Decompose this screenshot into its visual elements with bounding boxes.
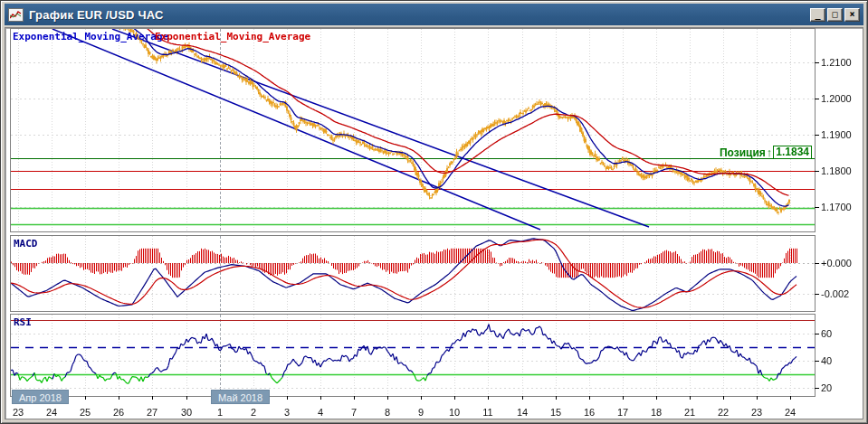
date-axis-label: 21 xyxy=(684,407,695,419)
chart-canvas[interactable] xyxy=(1,1,868,424)
price-axis-label: 1.2000 xyxy=(821,92,868,105)
date-axis-label: 24 xyxy=(785,407,796,419)
date-axis-label: 26 xyxy=(113,407,124,419)
chart-window: График EUR /USD ЧАС _ □ × Exponential_Mo… xyxy=(0,0,868,424)
date-axis-label: 3 xyxy=(284,407,290,419)
date-axis-label: 7 xyxy=(351,407,357,419)
date-axis-label: 1 xyxy=(217,407,223,419)
date-axis-label: 24 xyxy=(46,407,57,419)
date-axis-label: 27 xyxy=(147,407,157,419)
date-axis-label: 4 xyxy=(318,407,323,419)
date-axis-label: 17 xyxy=(617,407,628,419)
position-label: Позиция↑1.1834 xyxy=(720,146,812,159)
ema-slow-label: Exponential_Moving_Average xyxy=(155,31,310,42)
date-axis-label: 2 xyxy=(251,407,256,419)
date-axis-label: 10 xyxy=(449,407,460,419)
price-axis-label: 1.2100 xyxy=(821,56,868,69)
price-axis-label: 1.1700 xyxy=(821,201,868,213)
date-axis-label: 30 xyxy=(181,407,192,419)
date-axis-label: 23 xyxy=(13,407,24,419)
month-badge-april: Апр 2018 xyxy=(12,390,69,404)
macd-axis-label: +0.000 xyxy=(821,257,868,269)
month-badge-may: Май 2018 xyxy=(211,390,270,404)
position-text: Позиция xyxy=(720,146,766,159)
price-axis-label: 1.1800 xyxy=(821,165,868,177)
rsi-axis-label: 60 xyxy=(821,327,868,340)
price-axis-label: 1.1900 xyxy=(821,128,868,141)
date-axis-label: 22 xyxy=(718,407,729,419)
date-axis-label: 15 xyxy=(550,407,561,419)
macd-axis-label: -0.002 xyxy=(821,287,868,300)
position-price: 1.1834 xyxy=(773,146,812,159)
date-axis-label: 25 xyxy=(80,407,91,419)
date-axis-label: 11 xyxy=(482,407,492,419)
macd-label: MACD xyxy=(14,238,38,250)
date-axis-label: 14 xyxy=(517,407,528,419)
date-axis-label: 9 xyxy=(418,407,424,419)
date-axis-label: 23 xyxy=(751,407,762,419)
position-up-arrow-icon: ↑ xyxy=(767,146,773,158)
ema-fast-label: Exponential_Moving_Average xyxy=(13,31,168,42)
date-axis-label: 18 xyxy=(651,407,662,419)
rsi-axis-label: 40 xyxy=(821,354,868,367)
rsi-label: RSI xyxy=(14,316,32,328)
rsi-axis-label: 20 xyxy=(821,382,868,394)
date-axis-label: 8 xyxy=(385,407,390,419)
date-axis-label: 16 xyxy=(584,407,595,419)
